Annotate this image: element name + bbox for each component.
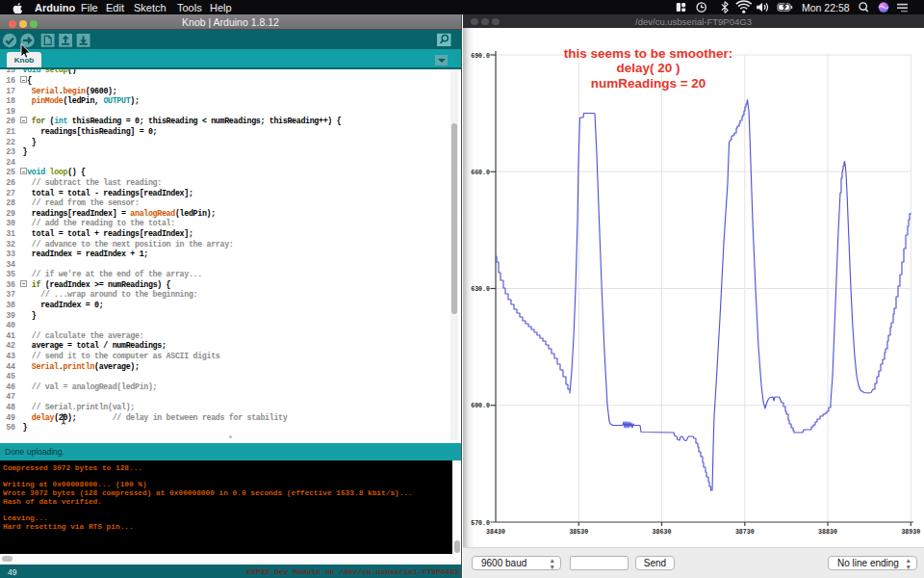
svg-text:delay( 20 ): delay( 20 ): [616, 61, 680, 75]
svg-text:this seems to be smoother:: this seems to be smoother:: [564, 46, 733, 61]
svg-text:38430: 38430: [486, 529, 505, 536]
svg-text:38530: 38530: [569, 529, 588, 536]
svg-text:38630: 38630: [653, 529, 672, 536]
svg-text:660.0: 660.0: [471, 170, 490, 176]
svg-text:38930: 38930: [901, 529, 920, 536]
svg-text:38730: 38730: [735, 529, 755, 536]
svg-text:690.0: 690.0: [471, 53, 490, 60]
svg-text:600.0: 600.0: [471, 403, 490, 409]
svg-text:numReadings = 20: numReadings = 20: [591, 76, 706, 91]
svg-text:570.0: 570.0: [471, 520, 490, 527]
svg-text:38830: 38830: [818, 529, 837, 536]
svg-text:630.0: 630.0: [471, 286, 490, 293]
